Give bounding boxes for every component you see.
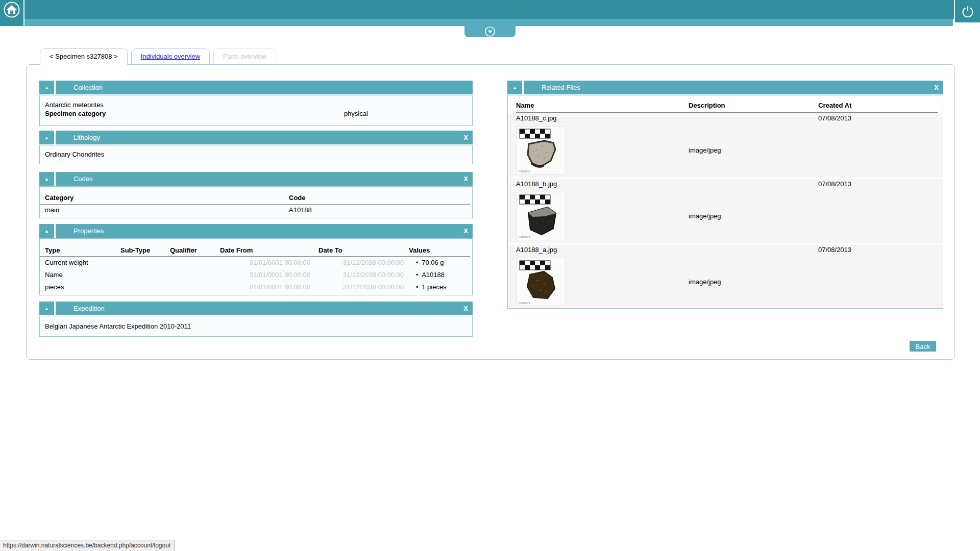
logout-button[interactable]	[954, 0, 980, 22]
expedition-panel: ▲ Expedition X Belgian Japanese Antarcti…	[39, 302, 473, 337]
collapse-icon: ▲	[44, 306, 49, 311]
collection-collapse-button[interactable]: ▲	[39, 81, 54, 94]
code-category-value: main	[45, 205, 289, 216]
photo-watermark: ©RBINS	[519, 170, 530, 173]
codes-collapse-button[interactable]: ▲	[39, 172, 54, 186]
tab-individuals-label: Individuals overview	[141, 53, 200, 60]
codes-col-code: Code	[289, 194, 470, 202]
properties-close-button[interactable]: X	[463, 227, 473, 235]
tab-parts-overview: Parts overview	[213, 48, 276, 64]
prop-col-dateto: Date To	[318, 246, 409, 254]
chevron-down-circle-icon	[484, 26, 496, 37]
rf-col-description: Description	[689, 102, 818, 109]
codes-panel-title: Codes	[56, 175, 93, 183]
related-files-close-button[interactable]: X	[934, 84, 943, 91]
collection-name: Antarctic meteorites	[45, 101, 472, 109]
prop-date-to: 31/12/2038 00:00:00	[318, 257, 409, 269]
status-tooltip: https://darwin.naturalsciences.be/backen…	[0, 540, 175, 551]
property-row: Name 01/01/0001 00:00:00 31/12/2038 00:0…	[40, 269, 472, 281]
meteorite-photo-thumbnail[interactable]: ©RBINS	[516, 258, 566, 306]
collection-panel-title: Collection	[56, 84, 103, 91]
expedition-close-button[interactable]: X	[463, 305, 473, 312]
prop-subtype	[120, 281, 170, 293]
file-name: A10188_a.jpg	[516, 246, 689, 254]
prop-type: Name	[45, 269, 120, 281]
content-panel: ▲ Collection Antarctic meteorites Specim…	[26, 64, 955, 360]
power-icon	[961, 5, 974, 18]
related-file-row: A10188_c.jpg 07/08/2013	[508, 113, 943, 178]
codes-panel: ▲ Codes X Category Code main A10188	[39, 172, 473, 218]
lithology-panel: ▲ Lithology X Ordinary Chondrites	[39, 131, 473, 164]
prop-date-to: 31/12/2038 00:00:00	[318, 269, 409, 281]
tab-specimen-label: < Specimen s327808 >	[50, 53, 118, 60]
prop-date-to: 31/12/2038 00:00:00	[318, 281, 409, 293]
collapse-icon: ▲	[44, 229, 49, 234]
related-file-row: A10188_b.jpg 07/08/2013	[508, 179, 943, 243]
codes-row: main A10188	[40, 205, 472, 216]
file-mime-type: image/jpeg	[689, 212, 818, 220]
prop-date-from: 01/01/0001 00:00:00	[220, 269, 318, 281]
codes-close-button[interactable]: X	[463, 175, 473, 183]
prop-subtype	[120, 269, 170, 281]
prop-value: •A10188	[409, 269, 472, 281]
prop-date-from: 01/01/0001 00:00:00	[220, 257, 318, 269]
expedition-collapse-button[interactable]: ▲	[39, 302, 54, 315]
prop-subtype	[120, 257, 170, 269]
code-value: A10188	[289, 205, 472, 216]
home-button[interactable]	[0, 0, 24, 26]
photo-watermark: ©RBINS	[519, 236, 530, 239]
lithology-value: Ordinary Chondrites	[45, 151, 472, 158]
collection-panel: ▲ Collection Antarctic meteorites Specim…	[39, 81, 473, 126]
properties-panel: ▲ Properties X Type Sub-Type Qualifier D…	[39, 224, 473, 295]
toolbar-strip	[24, 19, 953, 26]
prop-qualifier	[170, 269, 220, 281]
prop-qualifier	[170, 257, 220, 269]
prop-col-values: Values	[409, 246, 470, 254]
tab-specimen[interactable]: < Specimen s327808 >	[40, 48, 128, 65]
meteorite-photo-thumbnail[interactable]: ©RBINS	[516, 192, 566, 240]
photo-scale-bar	[520, 195, 550, 204]
bullet-icon: •	[416, 284, 418, 291]
left-column: ▲ Collection Antarctic meteorites Specim…	[39, 81, 473, 337]
prop-qualifier	[170, 281, 220, 293]
properties-collapse-button[interactable]: ▲	[39, 224, 54, 238]
back-button[interactable]: Back	[910, 341, 936, 352]
tab-individuals-overview[interactable]: Individuals overview	[131, 48, 210, 64]
related-files-panel-title: Related Files	[524, 84, 580, 91]
prop-col-qualifier: Qualifier	[170, 246, 220, 254]
lithology-close-button[interactable]: X	[463, 134, 473, 141]
related-files-panel: ▲ Related Files X Name Description Creat…	[507, 81, 943, 309]
prop-col-subtype: Sub-Type	[120, 246, 170, 254]
related-files-collapse-button[interactable]: ▲	[507, 81, 522, 94]
collapse-icon: ▲	[44, 85, 49, 90]
specimen-category-label: Specimen category	[45, 110, 106, 117]
photo-watermark: ©RBINS	[519, 302, 530, 305]
photo-scale-bar	[520, 129, 550, 138]
prop-value: •70.06 g	[409, 257, 472, 269]
collapse-icon: ▲	[44, 135, 49, 140]
top-menu-bar	[0, 0, 980, 19]
prop-date-from: 01/01/0001 00:00:00	[220, 281, 318, 293]
prop-col-datefrom: Date From	[220, 246, 318, 254]
file-name: A10188_c.jpg	[516, 114, 689, 122]
page: My Preferences Searches Help < Specimen …	[0, 0, 980, 551]
tab-parts-label: Parts overview	[223, 53, 266, 60]
codes-col-category: Category	[45, 194, 289, 202]
prop-type: Current weight	[45, 257, 120, 269]
rf-col-created-at: Created At	[818, 102, 938, 109]
lithology-panel-title: Lithology	[56, 134, 100, 141]
meteorite-photo-thumbnail[interactable]: ©RBINS	[516, 126, 566, 174]
property-row: Current weight 01/01/0001 00:00:00 31/12…	[40, 257, 472, 269]
file-created-at: 07/08/2013	[818, 114, 943, 122]
specimen-category-value: physical	[344, 109, 368, 118]
properties-panel-title: Properties	[56, 227, 104, 235]
prop-type: pieces	[45, 281, 120, 293]
toolbar-toggle-button[interactable]	[464, 26, 516, 37]
expedition-value: Belgian Japanese Antarctic Expedition 20…	[45, 322, 472, 330]
file-created-at: 07/08/2013	[818, 180, 943, 188]
lithology-collapse-button[interactable]: ▲	[39, 131, 54, 144]
prop-col-type: Type	[45, 246, 120, 254]
home-icon	[3, 1, 20, 18]
collapse-icon: ▲	[44, 177, 49, 182]
prop-value: •1 pieces	[409, 281, 472, 293]
